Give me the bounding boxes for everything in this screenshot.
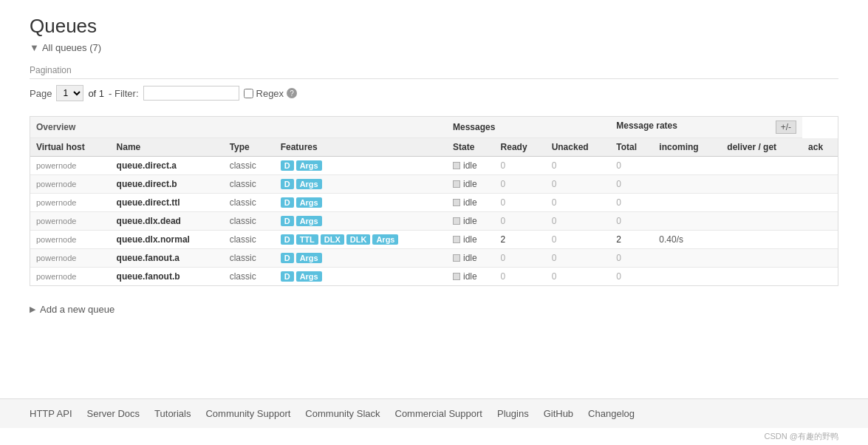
name-cell[interactable]: queue.fanout.a xyxy=(111,249,224,268)
table-row[interactable]: powernodequeue.fanout.aclassicDArgsidle0… xyxy=(30,249,838,268)
total-cell: 0 xyxy=(610,157,653,175)
total-cell: 0 xyxy=(610,249,653,268)
col-header-row: Virtual host Name Type Features State Re… xyxy=(30,138,838,157)
footer-link[interactable]: Changelog xyxy=(588,408,635,419)
page-title: Queues xyxy=(30,15,838,38)
feature-badge: Args xyxy=(372,234,398,245)
ack-cell xyxy=(802,268,838,286)
name-cell[interactable]: queue.direct.ttl xyxy=(111,194,224,212)
filter-input[interactable] xyxy=(143,86,239,101)
name-cell[interactable]: queue.direct.b xyxy=(111,175,224,194)
state-text: idle xyxy=(463,234,477,245)
table-row[interactable]: powernodequeue.fanout.bclassicDArgsidle0… xyxy=(30,268,838,286)
name-cell[interactable]: queue.fanout.b xyxy=(111,268,224,286)
overview-group-header: Overview xyxy=(30,117,447,138)
ack-cell xyxy=(802,249,838,268)
incoming-cell xyxy=(653,175,721,194)
state-dot xyxy=(453,236,460,243)
total-cell: 2 xyxy=(610,231,653,249)
footer-link[interactable]: Community Support xyxy=(205,408,290,419)
state-cell: idle xyxy=(447,268,495,286)
ack-cell xyxy=(802,231,838,249)
type-cell: classic xyxy=(224,268,275,286)
regex-checkbox[interactable] xyxy=(244,89,253,98)
plus-minus-button[interactable]: +/- xyxy=(776,120,796,134)
footer-link[interactable]: Community Slack xyxy=(305,408,380,419)
unacked-cell: 0 xyxy=(546,268,611,286)
footer-link[interactable]: Tutorials xyxy=(154,408,191,419)
ack-cell xyxy=(802,175,838,194)
feature-badge: D xyxy=(281,197,294,208)
state-text: idle xyxy=(463,216,477,226)
page-select[interactable]: 1 xyxy=(56,85,83,101)
state-dot xyxy=(453,273,460,280)
features-cell: DArgs xyxy=(275,194,447,212)
total-cell: 0 xyxy=(610,194,653,212)
ready-cell: 0 xyxy=(495,194,546,212)
table-row[interactable]: powernodequeue.dlx.deadclassicDArgsidle0… xyxy=(30,212,838,231)
footer-link[interactable]: HTTP API xyxy=(30,408,72,419)
ready-cell: 0 xyxy=(495,212,546,231)
unacked-cell: 0 xyxy=(546,231,611,249)
feature-badge: D xyxy=(281,253,294,263)
state-dot xyxy=(453,217,460,225)
feature-badge: Args xyxy=(296,253,322,263)
ready-cell: 0 xyxy=(495,157,546,175)
messages-group-header: Messages xyxy=(447,117,610,138)
name-cell[interactable]: queue.dlx.dead xyxy=(111,212,224,231)
state-dot xyxy=(453,162,460,169)
table-row[interactable]: powernodequeue.direct.ttlclassicDArgsidl… xyxy=(30,194,838,212)
unacked-cell: 0 xyxy=(546,249,611,268)
state-text: idle xyxy=(463,197,477,208)
total-cell: 0 xyxy=(610,175,653,194)
state-dot xyxy=(453,199,460,206)
incoming-cell xyxy=(653,249,721,268)
feature-badge: Args xyxy=(296,179,322,189)
all-queues-toggle[interactable]: ▼ All queues (7) xyxy=(30,42,838,53)
unacked-cell: 0 xyxy=(546,157,611,175)
queues-table-wrapper: Overview Messages Message rates +/- Virt… xyxy=(30,116,838,286)
main-content: Queues ▼ All queues (7) Pagination Page … xyxy=(0,0,868,398)
table-row[interactable]: powernodequeue.dlx.normalclassicDTTLDLXD… xyxy=(30,231,838,249)
table-row[interactable]: powernodequeue.direct.bclassicDArgsidle0… xyxy=(30,175,838,194)
ready-cell: 0 xyxy=(495,175,546,194)
state-cell: idle xyxy=(447,231,495,249)
footer-link[interactable]: GitHub xyxy=(544,408,573,419)
add-queue-label: Add a new queue xyxy=(40,304,115,315)
state-text: idle xyxy=(463,271,477,282)
col-deliver-get: deliver / get xyxy=(721,138,802,157)
table-row[interactable]: powernodequeue.direct.aclassicDArgsidle0… xyxy=(30,157,838,175)
footer-link[interactable]: Commercial Support xyxy=(395,408,483,419)
deliver-get-cell xyxy=(721,175,802,194)
col-unacked: Unacked xyxy=(546,138,611,157)
type-cell: classic xyxy=(224,194,275,212)
name-cell[interactable]: queue.dlx.normal xyxy=(111,231,224,249)
state-dot xyxy=(453,180,460,188)
queues-table: Overview Messages Message rates +/- Virt… xyxy=(30,117,838,285)
feature-badge: D xyxy=(281,216,294,226)
type-cell: classic xyxy=(224,231,275,249)
deliver-get-cell xyxy=(721,231,802,249)
of-label: of 1 xyxy=(88,88,104,99)
add-queue-row[interactable]: ▶ Add a new queue xyxy=(30,298,838,321)
state-text: idle xyxy=(463,253,477,263)
feature-badge: Args xyxy=(296,160,322,171)
col-incoming: incoming xyxy=(653,138,721,157)
feature-badge: Args xyxy=(296,271,322,282)
type-cell: classic xyxy=(224,175,275,194)
footer-link[interactable]: Plugins xyxy=(497,408,529,419)
feature-badge: D xyxy=(281,160,294,171)
deliver-get-cell xyxy=(721,194,802,212)
col-ack: ack xyxy=(802,138,838,157)
name-cell[interactable]: queue.direct.a xyxy=(111,157,224,175)
ack-cell xyxy=(802,194,838,212)
col-features: Features xyxy=(275,138,447,157)
deliver-get-cell xyxy=(721,157,802,175)
help-icon[interactable]: ? xyxy=(287,88,297,98)
vhost-cell: powernode xyxy=(30,231,111,249)
incoming-cell xyxy=(653,268,721,286)
state-cell: idle xyxy=(447,249,495,268)
footer-link[interactable]: Server Docs xyxy=(87,408,140,419)
footer: HTTP APIServer DocsTutorialsCommunity Su… xyxy=(0,398,868,428)
all-queues-label: All queues (7) xyxy=(42,42,101,53)
